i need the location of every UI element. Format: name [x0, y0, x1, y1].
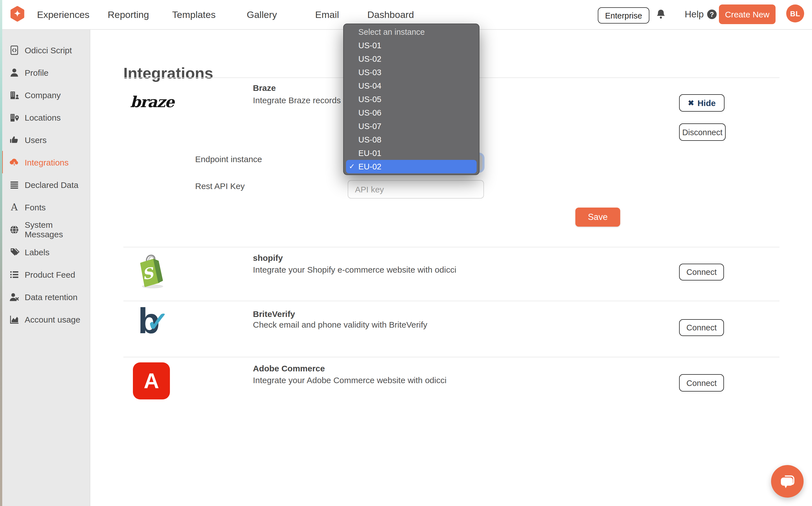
sidebar-item-product-feed[interactable]: Product Feed — [0, 263, 90, 285]
sidebar-item-label: Product Feed — [25, 269, 75, 279]
window-edge-strip — [0, 0, 2, 506]
chart-area-icon — [9, 314, 20, 325]
page-title: Integrations — [123, 65, 213, 82]
integration-name: shopify — [253, 253, 283, 262]
dropdown-option-us-01[interactable]: US-01 — [344, 39, 479, 52]
divider — [123, 301, 780, 301]
sidebar-item-odicci-script[interactable]: Odicci Script — [0, 39, 90, 61]
sidebar-item-system-messages[interactable]: System Messages — [0, 218, 90, 241]
create-new-button[interactable]: Create New — [719, 4, 776, 24]
sidebar-item-locations[interactable]: Locations — [0, 106, 90, 129]
sidebar-item-label: Integrations — [25, 157, 69, 167]
cloud-download-icon — [9, 157, 20, 167]
enterprise-badge[interactable]: Enterprise — [598, 7, 649, 23]
check-icon: ✓ — [349, 160, 355, 173]
rest-api-key-label: Rest API Key — [195, 181, 245, 191]
connect-button-briteverify[interactable]: Connect — [679, 319, 724, 336]
sidebar-item-label: Locations — [25, 112, 61, 122]
sidebar-item-account-usage[interactable]: Account usage — [0, 308, 90, 330]
list-lines-icon — [9, 179, 20, 190]
font-icon: A — [9, 202, 20, 212]
company-icon — [9, 89, 20, 100]
sidebar-item-users[interactable]: Users — [0, 129, 90, 151]
sidebar-item-label: Data retention — [25, 292, 77, 302]
sidebar-item-label: System Messages — [25, 220, 90, 239]
dropdown-option-us-04[interactable]: US-04 — [344, 79, 479, 93]
dropdown-option-us-02[interactable]: US-02 — [344, 52, 479, 66]
help-label: Help — [685, 9, 704, 20]
shopify-logo: S — [132, 252, 171, 291]
sidebar-item-label: Declared Data — [25, 180, 79, 189]
check-icon: ✓ — [146, 306, 169, 337]
chat-bubbles-icon — [778, 472, 797, 491]
app-window: Experiences Reporting Templates Gallery … — [0, 0, 812, 506]
dropdown-option-us-03[interactable]: US-03 — [344, 66, 479, 79]
close-icon: ✖ — [688, 99, 694, 107]
sidebar-item-label: Profile — [25, 68, 48, 77]
integration-description: Integrate your Adobe Commerce website wi… — [253, 375, 446, 385]
integration-name: BriteVerify — [253, 309, 295, 319]
nav-reporting[interactable]: Reporting — [108, 9, 149, 21]
instance-dropdown-menu: Select an instance US-01 US-02 US-03 US-… — [343, 23, 480, 175]
dropdown-option-us-05[interactable]: US-05 — [344, 93, 479, 106]
dropdown-option-us-07[interactable]: US-07 — [344, 119, 479, 133]
sidebar-item-label: Company — [25, 90, 61, 100]
dropdown-header[interactable]: Select an instance — [344, 25, 479, 39]
nav-email[interactable]: Email — [315, 9, 339, 21]
sidebar-item-declared-data[interactable]: Declared Data — [0, 173, 90, 196]
tags-icon — [9, 247, 20, 257]
hand-icon — [9, 134, 20, 145]
sidebar-item-labels[interactable]: Labels — [0, 241, 90, 263]
integration-name: Braze — [253, 83, 276, 93]
avatar[interactable]: BL — [786, 4, 804, 22]
locations-icon — [9, 112, 20, 122]
divider — [123, 247, 780, 247]
sidebar-item-integrations[interactable]: Integrations — [0, 151, 90, 173]
user-x-icon — [9, 291, 20, 302]
odicci-logo-icon[interactable] — [8, 5, 26, 25]
save-button[interactable]: Save — [575, 207, 620, 227]
connect-button-adobe[interactable]: Connect — [679, 374, 724, 392]
integration-description: Integrate your Shopify e-commerce websit… — [253, 265, 456, 274]
dropdown-option-eu-02-selected[interactable]: ✓ EU-02 — [346, 160, 477, 173]
globe-icon — [9, 224, 20, 235]
sidebar-item-label: Fonts — [25, 202, 46, 212]
divider — [123, 357, 780, 357]
braze-logo: braze — [132, 82, 172, 121]
sidebar-item-profile[interactable]: Profile — [0, 61, 90, 84]
dropdown-option-us-06[interactable]: US-06 — [344, 106, 479, 119]
integration-description: Check email and phone validity with Brit… — [253, 320, 427, 329]
dropdown-option-eu-01[interactable]: EU-01 — [344, 147, 479, 160]
bell-icon[interactable] — [655, 8, 667, 22]
api-key-input[interactable] — [348, 180, 484, 198]
nav-experiences[interactable]: Experiences — [37, 9, 89, 21]
sidebar-item-label: Odicci Script — [25, 45, 72, 55]
sidebar-item-label: Labels — [25, 247, 49, 257]
help-link[interactable]: Help ? — [685, 9, 717, 20]
settings-sidebar: Odicci Script Profile Company — [0, 29, 90, 506]
code-file-icon — [9, 45, 20, 55]
nav-gallery[interactable]: Gallery — [247, 9, 277, 21]
connect-button-shopify[interactable]: Connect — [679, 264, 724, 280]
briteverify-logo: b ✓ — [138, 306, 172, 343]
sidebar-item-fonts[interactable]: A Fonts — [0, 196, 90, 218]
nav-dashboard[interactable]: Dashboard — [367, 9, 414, 21]
nav-templates[interactable]: Templates — [172, 9, 216, 21]
sidebar-item-company[interactable]: Company — [0, 84, 90, 106]
help-question-icon: ? — [707, 9, 717, 19]
feed-list-icon — [9, 269, 20, 280]
svg-text:A: A — [11, 202, 18, 212]
sidebar-item-data-retention[interactable]: Data retention — [0, 285, 90, 308]
adobe-commerce-logo: A — [133, 362, 170, 400]
dropdown-option-us-08[interactable]: US-08 — [344, 133, 479, 147]
chat-widget-button[interactable] — [771, 465, 804, 498]
integration-name: Adobe Commerce — [253, 363, 325, 373]
sidebar-item-label: Account usage — [25, 315, 81, 324]
hide-button[interactable]: ✖ Hide — [679, 94, 724, 112]
endpoint-instance-label: Endpoint instance — [195, 154, 262, 164]
disconnect-button[interactable]: Disconnect — [679, 123, 726, 141]
sidebar-item-label: Users — [25, 135, 46, 145]
hide-label: Hide — [697, 98, 716, 108]
user-icon — [9, 67, 20, 78]
